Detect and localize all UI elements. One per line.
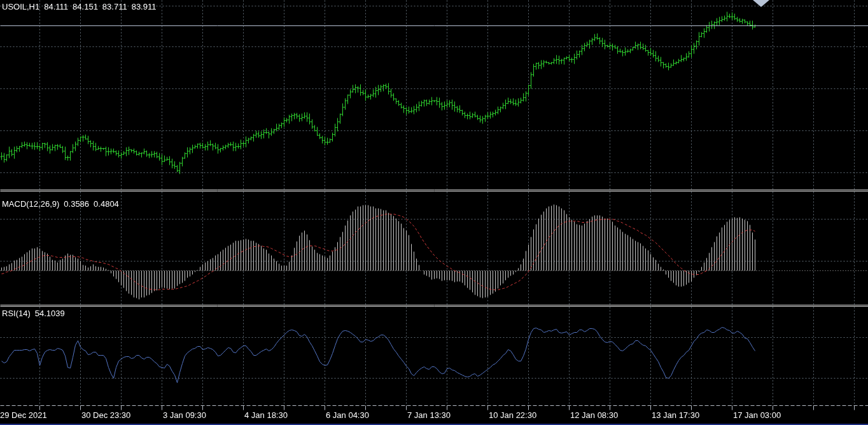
chart-shift-marker-icon[interactable] xyxy=(753,0,769,7)
rsi-panel[interactable] xyxy=(0,307,868,405)
time-axis-label: 3 Jan 09:30 xyxy=(163,410,206,420)
time-axis-label: 4 Jan 18:30 xyxy=(244,410,288,420)
high-value: 84.151 xyxy=(73,2,98,11)
close-value: 83.911 xyxy=(132,2,157,11)
symbol-ohlc-label: USOIL,H184.11184.15183.71183.911 xyxy=(2,2,160,11)
trading-chart-window: USOIL,H184.11184.15183.71183.911 MACD(12… xyxy=(0,0,868,425)
time-axis-label: 10 Jan 22:30 xyxy=(489,410,536,420)
rsi-indicator-label: RSI(14)54.1039 xyxy=(2,309,69,318)
macd-name: MACD(12,26,9) xyxy=(2,199,59,209)
macd-main-value: 0.3586 xyxy=(64,199,89,209)
low-value: 83.711 xyxy=(102,2,127,11)
time-axis-label: 17 Jan 03:00 xyxy=(733,410,781,420)
open-value: 84.111 xyxy=(44,2,68,11)
macd-indicator-label: MACD(12,26,9)0.35860.4804 xyxy=(2,199,123,209)
macd-signal-value: 0.4804 xyxy=(94,199,119,209)
macd-panel[interactable] xyxy=(0,192,868,304)
rsi-value: 54.1039 xyxy=(35,309,65,318)
time-axis-label: 12 Jan 08:30 xyxy=(570,410,618,420)
symbol-label: USOIL,H1 xyxy=(2,2,39,11)
time-axis-label: 30 Dec 23:30 xyxy=(81,410,130,420)
time-axis-label: 7 Jan 13:30 xyxy=(407,410,451,420)
time-axis-label: 13 Jan 17:30 xyxy=(652,410,699,420)
time-axis-label: 29 Dec 2021 xyxy=(0,410,47,420)
price-panel[interactable] xyxy=(0,0,868,189)
rsi-name: RSI(14) xyxy=(2,309,31,318)
time-axis-label: 6 Jan 04:30 xyxy=(326,410,369,420)
